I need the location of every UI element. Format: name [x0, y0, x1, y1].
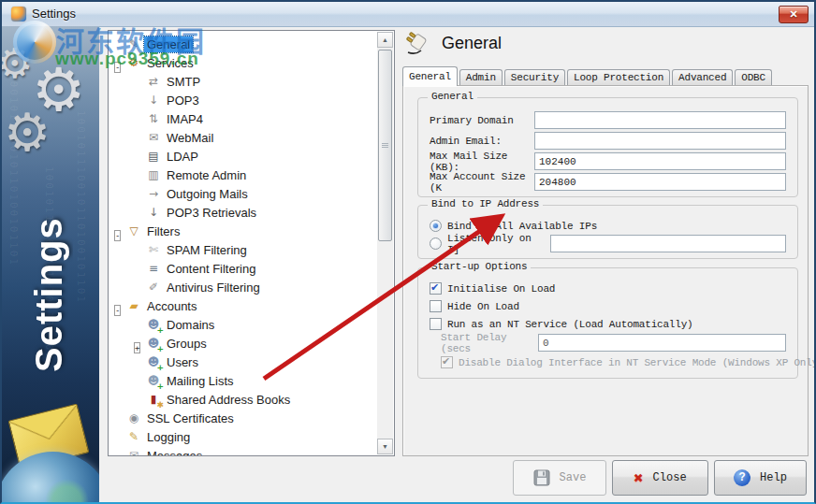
- scroll-up-arrow-icon[interactable]: ▲: [377, 32, 393, 48]
- titlebar: Settings ✕: [2, 2, 814, 27]
- max-mail-size-input[interactable]: [534, 152, 786, 170]
- tree-item-pop3-retrievals[interactable]: POP3 Retrievals: [164, 205, 259, 221]
- tree-row[interactable]: ▮✱Shared Address Books: [109, 390, 376, 409]
- tree-item-imap4[interactable]: IMAP4: [164, 111, 206, 127]
- tree-item-general[interactable]: General: [144, 36, 193, 52]
- collapse-toggle-icon[interactable]: -: [114, 305, 121, 316]
- max-account-size-label: Max Account Size (K: [430, 171, 534, 194]
- tree-row[interactable]: ↓POP3: [109, 91, 376, 109]
- tree-row[interactable]: ☻+Domains: [109, 315, 376, 334]
- tree-item-groups[interactable]: Groups: [164, 336, 210, 352]
- gear-icon: ⚙: [4, 107, 51, 159]
- tree-row[interactable]: -⚙Services: [109, 53, 376, 72]
- expand-toggle-icon[interactable]: +: [134, 342, 140, 353]
- expand-slot: -: [112, 57, 124, 69]
- tree-item-shared-address-books[interactable]: Shared Address Books: [164, 392, 293, 408]
- initialise-on-load-checkbox[interactable]: ✔: [430, 282, 442, 295]
- scroll-down-arrow-icon[interactable]: ▼: [377, 439, 393, 454]
- collapse-toggle-icon[interactable]: -: [114, 230, 121, 241]
- window-close-button[interactable]: ✕: [779, 6, 809, 23]
- listen-only-radio[interactable]: [430, 238, 442, 250]
- start-delay-input[interactable]: [538, 334, 786, 352]
- tree-row[interactable]: →Outgoing Mails: [109, 184, 376, 203]
- tree-item-services[interactable]: Services: [144, 55, 197, 71]
- max-account-size-input[interactable]: [534, 173, 786, 191]
- tree-row[interactable]: ↓POP3 Retrievals: [109, 203, 376, 222]
- tree-row[interactable]: -▽Filters: [109, 222, 376, 240]
- expand-slot: [132, 319, 144, 331]
- run-as-nt-service-checkbox[interactable]: [430, 318, 442, 330]
- expand-slot: +: [132, 338, 144, 350]
- tree-item-spam-filtering[interactable]: SPAM Filtering: [164, 242, 250, 258]
- scrollbar-thumb[interactable]: [378, 50, 392, 241]
- tree-row[interactable]: -▰Accounts: [109, 296, 376, 315]
- tree-item-pop3[interactable]: POP3: [164, 93, 202, 108]
- hide-on-load-label: Hide On Load: [447, 301, 519, 312]
- tree-item-logging[interactable]: Logging: [144, 429, 193, 445]
- tree-row[interactable]: +☻+Groups: [109, 334, 376, 353]
- tree-item-ssl-certificates[interactable]: SSL Certificates: [144, 410, 237, 426]
- save-label: Save: [560, 471, 587, 484]
- tree-row[interactable]: ✉WebMail: [109, 128, 376, 147]
- tree-row[interactable]: ▥Remote Admin: [109, 166, 376, 184]
- expand-slot: [132, 281, 144, 294]
- tree-item-content-filtering[interactable]: Content Filtering: [164, 261, 258, 277]
- group-bind-ip: Bind to IP Address Bind to All Available…: [417, 205, 798, 259]
- admin-email-label: Admin Email:: [430, 136, 534, 147]
- bind-all-ips-radio[interactable]: [430, 220, 442, 232]
- tree-row[interactable]: ✄SPAM Filtering: [109, 240, 376, 259]
- tab-odbc[interactable]: ODBC: [735, 69, 772, 86]
- hide-on-load-checkbox[interactable]: [430, 300, 442, 312]
- collapse-toggle-icon[interactable]: -: [114, 62, 121, 73]
- tree-row[interactable]: ✎Logging: [109, 427, 376, 446]
- remote-admin-icon: ▥: [146, 167, 161, 182]
- tree-item-domains[interactable]: Domains: [164, 317, 217, 333]
- tab-bar: GeneralAdminSecurityLoop ProtectionAdvan…: [402, 67, 807, 86]
- mailing-lists-icon: ☻+: [146, 373, 161, 388]
- primary-domain-input[interactable]: [534, 111, 786, 129]
- tree-row[interactable]: ≡Content Filtering: [109, 259, 376, 278]
- tree-item-accounts[interactable]: Accounts: [144, 298, 199, 314]
- expand-slot: [112, 431, 124, 443]
- expand-slot: [132, 394, 144, 406]
- tree-item-messages[interactable]: Messages: [144, 448, 205, 456]
- tree-item-mailing-lists[interactable]: Mailing Lists: [164, 373, 237, 389]
- disable-dialog-interface-checkbox[interactable]: ✔: [441, 356, 453, 368]
- admin-email-input[interactable]: [534, 132, 786, 150]
- tab-admin[interactable]: Admin: [459, 69, 503, 86]
- primary-domain-label: Primary Domain: [430, 115, 534, 126]
- tree-item-filters[interactable]: Filters: [144, 223, 182, 239]
- tab-loop-protection[interactable]: Loop Protection: [567, 69, 670, 86]
- checkbox-row: ✔ Initialise On Load: [430, 280, 786, 297]
- help-button[interactable]: ? Help: [714, 460, 807, 496]
- tree-scrollbar[interactable]: ▲ ▼: [377, 32, 393, 454]
- tree-row[interactable]: ☻+Mailing Lists: [109, 371, 376, 390]
- tree-row[interactable]: ✉Messages: [109, 446, 376, 455]
- tree-row[interactable]: ☻+Users: [109, 353, 376, 371]
- initialise-on-load-label: Initialise On Load: [447, 283, 555, 295]
- expand-slot: -: [112, 300, 124, 312]
- tree-row[interactable]: ✐Antivirus Filtering: [109, 278, 376, 296]
- tree-row[interactable]: ⇄SMTP: [109, 72, 376, 91]
- tree-row[interactable]: ⇅IMAP4: [109, 109, 376, 128]
- expand-slot: [132, 113, 144, 125]
- listen-only-ip-input[interactable]: [550, 235, 786, 252]
- tree-item-remote-admin[interactable]: Remote Admin: [164, 167, 249, 183]
- tree-row[interactable]: ✎General: [109, 35, 376, 53]
- settings-tree-panel: ✎General-⚙Services⇄SMTP↓POP3⇅IMAP4✉WebMa…: [108, 30, 395, 456]
- save-button[interactable]: Save: [513, 460, 606, 496]
- tab-security[interactable]: Security: [504, 69, 565, 86]
- tab-advanced[interactable]: Advanced: [672, 69, 733, 86]
- tree-item-webmail[interactable]: WebMail: [164, 130, 216, 146]
- tree-item-smtp[interactable]: SMTP: [164, 74, 203, 90]
- gear-icon: ⚙: [2, 43, 33, 84]
- expand-slot: [132, 76, 144, 88]
- close-button[interactable]: ✖ Close: [612, 460, 708, 496]
- tree-row[interactable]: ◉SSL Certificates: [109, 409, 376, 427]
- tree-item-users[interactable]: Users: [164, 354, 201, 370]
- tree-item-antivirus-filtering[interactable]: Antivirus Filtering: [164, 280, 263, 295]
- tree-item-ldap[interactable]: LDAP: [164, 149, 201, 165]
- tab-general[interactable]: General: [402, 66, 458, 86]
- tree-row[interactable]: ▤LDAP: [109, 147, 376, 166]
- tree-item-outgoing-mails[interactable]: Outgoing Mails: [164, 186, 251, 202]
